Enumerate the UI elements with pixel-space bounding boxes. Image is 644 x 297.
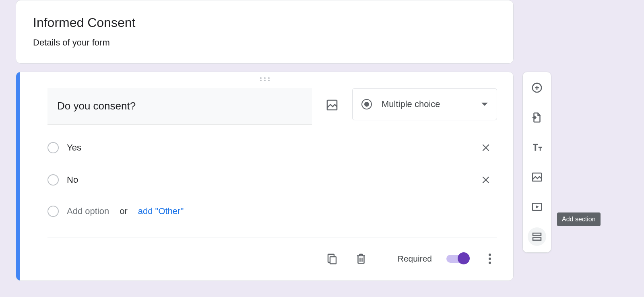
drag-handle-icon xyxy=(259,77,270,82)
form-description[interactable]: Details of your form xyxy=(33,37,496,48)
more-vertical-icon xyxy=(489,254,491,264)
form-title[interactable]: Informed Consent xyxy=(33,15,496,30)
duplicate-button[interactable] xyxy=(325,252,339,266)
import-questions-button[interactable] xyxy=(528,108,546,127)
vertical-divider xyxy=(383,251,383,267)
svg-marker-19 xyxy=(536,205,539,208)
svg-rect-21 xyxy=(533,238,541,240)
svg-point-5 xyxy=(268,80,270,81)
add-other-button[interactable]: add "Other" xyxy=(138,206,184,217)
remove-option-button[interactable] xyxy=(481,143,497,153)
add-video-button[interactable] xyxy=(528,198,546,216)
required-toggle[interactable] xyxy=(446,255,468,263)
question-card: Do you consent? Multiple choice Yes xyxy=(16,72,514,281)
tooltip: Add section xyxy=(557,212,601,226)
or-label: or xyxy=(120,206,128,217)
required-label: Required xyxy=(398,254,432,264)
copy-icon xyxy=(326,253,338,265)
question-title-input[interactable]: Do you consent? xyxy=(47,88,312,124)
chevron-down-icon xyxy=(481,103,488,106)
trash-icon xyxy=(355,253,367,265)
svg-rect-11 xyxy=(330,257,336,264)
option-row: No xyxy=(47,172,497,188)
image-icon xyxy=(326,99,339,111)
video-icon xyxy=(531,201,543,213)
section-icon xyxy=(531,231,543,243)
radio-indicator-icon xyxy=(47,206,59,217)
add-image-toolbar-button[interactable] xyxy=(528,168,546,186)
more-options-button[interactable] xyxy=(483,252,497,266)
svg-point-1 xyxy=(264,77,266,79)
svg-point-4 xyxy=(264,80,266,81)
footer-divider xyxy=(47,237,497,237)
option-row: Yes xyxy=(47,140,497,156)
plus-circle-icon xyxy=(531,82,543,94)
add-option-button[interactable]: Add option xyxy=(67,206,109,217)
radio-indicator-icon xyxy=(47,174,59,186)
delete-button[interactable] xyxy=(354,252,368,266)
image-icon xyxy=(531,171,543,183)
radio-icon xyxy=(361,99,372,109)
side-toolbar xyxy=(522,72,551,253)
add-option-row: Add option or add "Other" xyxy=(47,203,497,219)
svg-rect-20 xyxy=(533,233,541,235)
close-icon xyxy=(481,175,491,185)
svg-point-3 xyxy=(260,80,262,81)
form-header-card[interactable]: Informed Consent Details of your form xyxy=(16,0,514,64)
add-section-button[interactable] xyxy=(528,227,546,246)
svg-point-2 xyxy=(268,77,270,79)
close-icon xyxy=(481,143,491,153)
drag-handle[interactable] xyxy=(259,77,270,82)
selection-indicator xyxy=(16,72,20,280)
add-image-button[interactable] xyxy=(324,97,340,113)
question-footer: Required xyxy=(47,248,497,270)
text-icon xyxy=(531,141,543,153)
import-icon xyxy=(531,111,543,124)
add-question-button[interactable] xyxy=(528,78,546,97)
question-type-label: Multiple choice xyxy=(382,99,440,109)
option-input[interactable]: Yes xyxy=(67,142,81,153)
question-type-dropdown[interactable]: Multiple choice xyxy=(352,88,497,120)
radio-indicator-icon xyxy=(47,142,59,153)
toggle-knob xyxy=(458,252,470,264)
remove-option-button[interactable] xyxy=(481,175,497,185)
option-input[interactable]: No xyxy=(67,175,78,185)
add-title-button[interactable] xyxy=(528,138,546,157)
svg-point-0 xyxy=(260,77,262,79)
